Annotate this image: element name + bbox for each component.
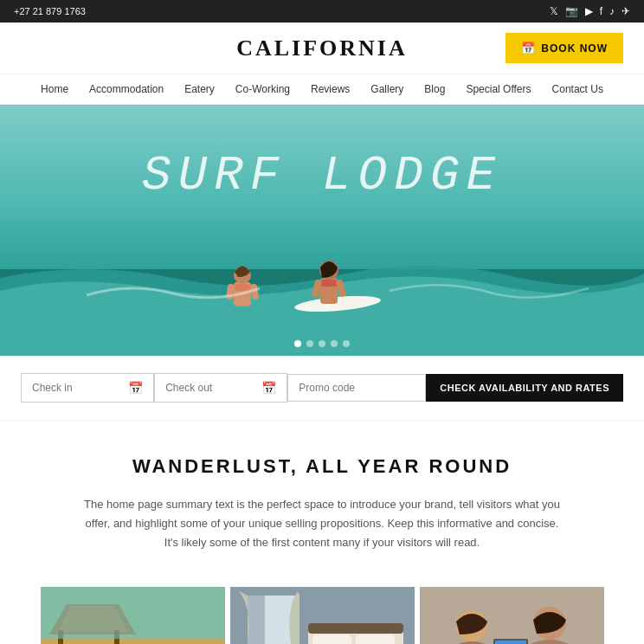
hero-section: SURF LODGE (0, 105, 644, 356)
checkout-calendar-icon: 📅 (261, 381, 276, 395)
carousel-dots (294, 340, 350, 347)
nav-blog[interactable]: Blog (424, 83, 445, 95)
dot-1[interactable] (294, 340, 301, 347)
nav-coworking[interactable]: Co-Working (235, 83, 290, 95)
promo-input[interactable] (287, 374, 426, 402)
calendar-icon: 📅 (521, 42, 536, 55)
main-section: WANDERLUST, ALL YEAR ROUND The home page… (0, 421, 644, 570)
top-bar: +27 21 879 1763 𝕏 📷 ▶ f ♪ ✈ (0, 0, 644, 23)
svg-rect-19 (41, 587, 225, 639)
svg-rect-22 (248, 596, 265, 644)
hero-scene (0, 217, 644, 356)
nav-accommodation[interactable]: Accommodation (89, 83, 164, 95)
instagram-icon[interactable]: 📷 (565, 5, 578, 17)
svg-rect-24 (312, 634, 351, 644)
dot-5[interactable] (343, 340, 350, 347)
nav-gallery[interactable]: Gallery (370, 83, 403, 95)
checkout-field[interactable]: 📅 (154, 373, 287, 402)
svg-rect-9 (321, 280, 337, 287)
nav-eatery[interactable]: Eatery (184, 83, 215, 95)
feature-cards: SURF SLEEP (0, 570, 644, 644)
section-body: The home page summary text is the perfec… (80, 495, 564, 552)
checkin-field[interactable]: 📅 (21, 373, 154, 402)
site-logo: CALIFORNIA (222, 35, 422, 61)
card-work[interactable]: WORK (420, 587, 604, 644)
social-icons: 𝕏 📷 ▶ f ♪ ✈ (550, 5, 630, 17)
checkout-input[interactable] (165, 382, 254, 394)
surf-card-image (41, 587, 225, 644)
check-availability-button[interactable]: CHECK AVAILABILITY AND RATES (426, 374, 623, 402)
nav-special-offers[interactable]: Special Offers (466, 83, 531, 95)
section-heading: WANDERLUST, ALL YEAR ROUND (52, 455, 592, 478)
hero-title: SURF LODGE (142, 148, 502, 203)
nav-reviews[interactable]: Reviews (311, 83, 350, 95)
dot-4[interactable] (331, 340, 338, 347)
main-nav: Home Accommodation Eatery Co-Working Rev… (0, 74, 644, 105)
svg-rect-4 (235, 284, 250, 291)
sleep-card-image (230, 587, 415, 644)
nav-home[interactable]: Home (41, 83, 68, 95)
dot-2[interactable] (306, 340, 313, 347)
card-surf[interactable]: SURF (41, 587, 225, 644)
checkin-calendar-icon: 📅 (128, 381, 143, 395)
facebook-icon[interactable]: f (600, 5, 602, 17)
book-now-button[interactable]: 📅 BOOK NOW (506, 33, 623, 63)
youtube-icon[interactable]: ▶ (585, 5, 593, 17)
work-card-image (420, 587, 604, 644)
phone-number: +27 21 879 1763 (14, 6, 86, 16)
header: CALIFORNIA 📅 BOOK NOW (0, 23, 644, 74)
card-sleep[interactable]: SLEEP (230, 587, 415, 644)
nav-contact-us[interactable]: Contact Us (552, 83, 603, 95)
svg-rect-13 (41, 639, 225, 644)
twitter-icon[interactable]: 𝕏 (550, 5, 558, 17)
svg-rect-25 (356, 634, 395, 644)
svg-rect-27 (420, 587, 604, 644)
checkin-input[interactable] (32, 382, 121, 394)
tiktok-icon[interactable]: ♪ (609, 5, 615, 17)
tripadvisor-icon[interactable]: ✈ (621, 5, 630, 17)
dot-3[interactable] (319, 340, 325, 347)
svg-rect-32 (495, 641, 526, 644)
svg-rect-26 (308, 623, 403, 634)
booking-bar: 📅 📅 CHECK AVAILABILITY AND RATES (0, 356, 644, 421)
